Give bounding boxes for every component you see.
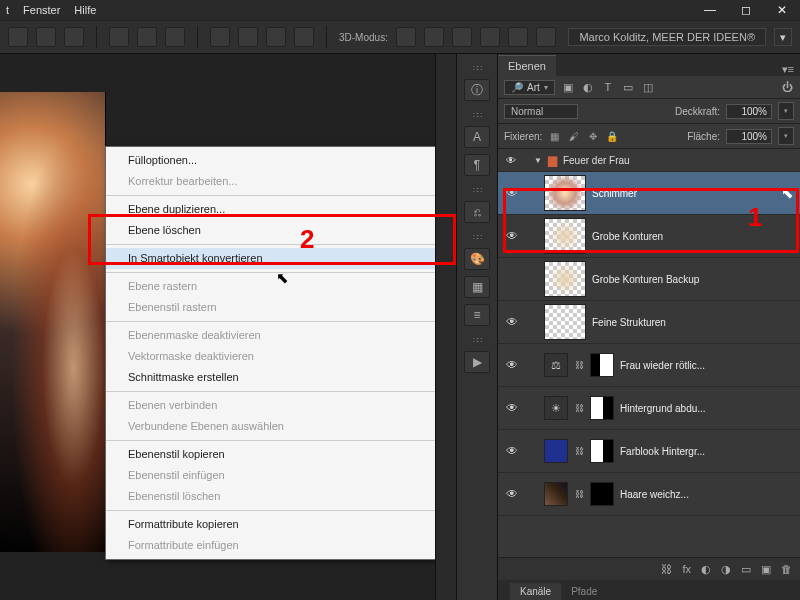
mask-link-icon[interactable]: ⛓ bbox=[574, 403, 584, 413]
minimize-button[interactable]: — bbox=[692, 0, 728, 20]
add-mask-button[interactable]: ◐ bbox=[701, 563, 711, 576]
visibility-toggle[interactable]: 👁 bbox=[498, 444, 526, 458]
delete-layer-button[interactable]: 🗑 bbox=[781, 563, 792, 575]
user-label[interactable]: Marco Kolditz, MEER DER IDEEN® bbox=[568, 28, 766, 46]
layers-list[interactable]: 👁 ▼ ▆ Feuer der Frau 👁 Schimmer ⬉ 👁 bbox=[498, 149, 800, 557]
mask-thumbnail[interactable] bbox=[590, 353, 614, 377]
actions-panel-icon[interactable]: ▶ bbox=[464, 351, 490, 373]
layer-thumbnail[interactable] bbox=[544, 218, 586, 254]
ctx-duplicate-layer[interactable]: Ebene duplizieren... bbox=[106, 199, 435, 220]
filter-kind-select[interactable]: 🔎 Art bbox=[504, 80, 555, 95]
filter-adjustment-icon[interactable]: ◐ bbox=[581, 80, 595, 94]
swatches-panel-icon[interactable]: 🎨 bbox=[464, 248, 490, 270]
layer-name[interactable]: Schimmer bbox=[592, 188, 637, 199]
dock-grip[interactable]: ∷∷ bbox=[473, 64, 481, 73]
fill-flyout[interactable]: ▾ bbox=[778, 127, 794, 145]
layer-thumbnail[interactable] bbox=[544, 482, 568, 506]
menu-item-help[interactable]: Hilfe bbox=[74, 4, 96, 16]
mask-thumbnail[interactable] bbox=[590, 396, 614, 420]
mask-thumbnail[interactable] bbox=[590, 439, 614, 463]
visibility-toggle[interactable]: 👁 bbox=[498, 487, 526, 501]
new-layer-button[interactable]: ▣ bbox=[761, 563, 771, 576]
filter-toggle-switch[interactable]: ⏻ bbox=[780, 80, 794, 94]
mask-thumbnail[interactable] bbox=[590, 482, 614, 506]
visibility-toggle[interactable]: 👁 bbox=[498, 401, 526, 415]
filter-type-icon[interactable]: T bbox=[601, 80, 615, 94]
opacity-flyout[interactable]: ▾ bbox=[778, 102, 794, 120]
layer-name[interactable]: Hintergrund abdu... bbox=[620, 403, 706, 414]
layer-row[interactable]: 👁 ⛓ Farblook Hintergr... bbox=[498, 430, 800, 473]
3d-icon[interactable] bbox=[266, 27, 286, 47]
ctx-copy-format-attributes[interactable]: Formattribute kopieren bbox=[106, 514, 435, 535]
3d-mode-icon[interactable] bbox=[508, 27, 528, 47]
3d-mode-icon[interactable] bbox=[396, 27, 416, 47]
layer-name[interactable]: Farblook Hintergr... bbox=[620, 446, 705, 457]
adjustment-icon[interactable]: ☀ bbox=[544, 396, 568, 420]
ctx-fill-options[interactable]: Fülloptionen... bbox=[106, 150, 435, 171]
fill-value[interactable]: 100% bbox=[726, 129, 772, 144]
blend-mode-select[interactable]: Normal bbox=[504, 104, 578, 119]
lock-transparency-icon[interactable]: ▦ bbox=[548, 130, 561, 143]
3d-icon[interactable] bbox=[238, 27, 258, 47]
ctx-copy-layer-style[interactable]: Ebenenstil kopieren bbox=[106, 444, 435, 465]
layer-row[interactable]: 👁 Feine Strukturen bbox=[498, 301, 800, 344]
layer-row[interactable]: Grobe Konturen Backup bbox=[498, 258, 800, 301]
distribute-icon[interactable] bbox=[109, 27, 129, 47]
character-panel-icon[interactable]: A bbox=[464, 126, 490, 148]
mask-link-icon[interactable]: ⛓ bbox=[574, 446, 584, 456]
layer-row[interactable]: 👁 ⛓ Haare weichz... bbox=[498, 473, 800, 516]
maximize-button[interactable]: ◻ bbox=[728, 0, 764, 20]
align-left-icon[interactable] bbox=[8, 27, 28, 47]
filter-shape-icon[interactable]: ▭ bbox=[621, 80, 635, 94]
paragraph-panel-icon[interactable]: ¶ bbox=[464, 154, 490, 176]
grid-panel-icon[interactable]: ▦ bbox=[464, 276, 490, 298]
layer-fx-button[interactable]: fx bbox=[682, 563, 691, 575]
layer-row[interactable]: 👁 Grobe Konturen bbox=[498, 215, 800, 258]
layer-row[interactable]: 👁 Schimmer ⬉ bbox=[498, 172, 800, 215]
workspace-dropdown[interactable]: ▾ bbox=[774, 28, 792, 46]
distribute-icon[interactable] bbox=[165, 27, 185, 47]
3d-mode-icon[interactable] bbox=[424, 27, 444, 47]
mask-link-icon[interactable]: ⛓ bbox=[574, 360, 584, 370]
layer-name[interactable]: Grobe Konturen bbox=[592, 231, 663, 242]
link-layers-button[interactable]: ⛓ bbox=[661, 563, 672, 575]
adjustment-icon[interactable]: ⚖ bbox=[544, 353, 568, 377]
layer-row[interactable]: 👁 ⚖ ⛓ Frau wieder rötlic... bbox=[498, 344, 800, 387]
layer-thumbnail[interactable] bbox=[544, 175, 586, 211]
canvas-area[interactable]: Fülloptionen... Korrektur bearbeiten... … bbox=[0, 54, 435, 600]
panel-collapse-strip[interactable] bbox=[435, 54, 456, 600]
lock-all-icon[interactable]: 🔒 bbox=[605, 130, 618, 143]
group-name[interactable]: Feuer der Frau bbox=[563, 155, 630, 166]
distribute-icon[interactable] bbox=[137, 27, 157, 47]
history-panel-icon[interactable]: ⎌ bbox=[464, 201, 490, 223]
brush-panel-icon[interactable]: ≡ bbox=[464, 304, 490, 326]
tab-layers[interactable]: Ebenen bbox=[498, 55, 556, 76]
layer-row[interactable]: 👁 ☀ ⛓ Hintergrund abdu... bbox=[498, 387, 800, 430]
visibility-toggle[interactable]: 👁 bbox=[498, 229, 526, 243]
layer-name[interactable]: Feine Strukturen bbox=[592, 317, 666, 328]
align-center-icon[interactable] bbox=[36, 27, 56, 47]
lock-image-icon[interactable]: 🖌 bbox=[567, 130, 580, 143]
menu-item-window[interactable]: Fenster bbox=[23, 4, 60, 16]
filter-smartobject-icon[interactable]: ◫ bbox=[641, 80, 655, 94]
ctx-delete-layer[interactable]: Ebene löschen bbox=[106, 220, 435, 241]
close-button[interactable]: ✕ bbox=[764, 0, 800, 20]
visibility-toggle[interactable]: 👁 bbox=[506, 155, 516, 166]
3d-icon[interactable] bbox=[294, 27, 314, 47]
visibility-toggle[interactable]: 👁 bbox=[498, 186, 526, 200]
3d-mode-icon[interactable] bbox=[452, 27, 472, 47]
menu-item[interactable]: t bbox=[6, 4, 9, 16]
3d-icon[interactable] bbox=[210, 27, 230, 47]
layer-group-header[interactable]: 👁 ▼ ▆ Feuer der Frau bbox=[498, 149, 800, 172]
layer-thumbnail[interactable] bbox=[544, 304, 586, 340]
lock-position-icon[interactable]: ✥ bbox=[586, 130, 599, 143]
filter-pixel-icon[interactable]: ▣ bbox=[561, 80, 575, 94]
disclosure-triangle-icon[interactable]: ▼ bbox=[534, 156, 542, 165]
tab-channels[interactable]: Kanäle bbox=[510, 583, 561, 600]
ctx-convert-smartobject[interactable]: In Smartobjekt konvertieren ⬉ bbox=[106, 248, 435, 269]
layer-thumbnail[interactable] bbox=[544, 261, 586, 297]
new-adjustment-button[interactable]: ◑ bbox=[721, 563, 731, 576]
align-right-icon[interactable] bbox=[64, 27, 84, 47]
layer-name[interactable]: Grobe Konturen Backup bbox=[592, 274, 699, 285]
layer-name[interactable]: Frau wieder rötlic... bbox=[620, 360, 705, 371]
